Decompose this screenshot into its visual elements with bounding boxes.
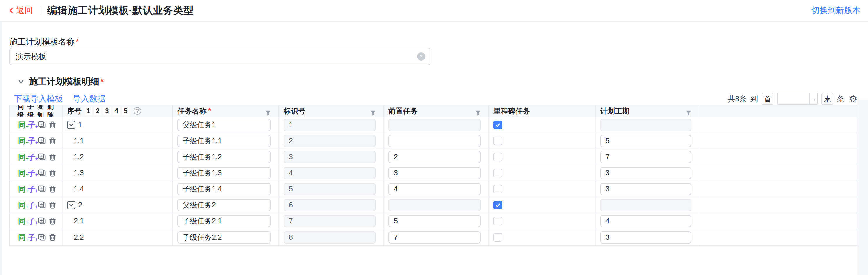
seq-number: 1.2 <box>74 153 84 161</box>
add-sibling-button[interactable]: 同+ <box>18 234 26 241</box>
task-name-input[interactable] <box>177 231 271 244</box>
task-name-input[interactable] <box>177 119 271 131</box>
milestone-checkbox-unchecked[interactable] <box>494 217 502 226</box>
help-icon[interactable]: ? <box>133 107 141 115</box>
task-name-input[interactable] <box>177 135 271 147</box>
add-child-button[interactable]: 子+ <box>28 217 35 225</box>
task-id-cell <box>279 229 384 245</box>
add-child-button[interactable]: 子+ <box>28 234 35 241</box>
duration-input[interactable] <box>600 231 691 244</box>
switch-version-link[interactable]: 切换到新版本 <box>811 5 860 16</box>
pager-last-button[interactable]: 末 <box>822 93 833 105</box>
level-4-button[interactable]: 4 <box>113 107 120 115</box>
collapse-toggle-icon[interactable] <box>67 121 75 129</box>
duration-input[interactable] <box>600 135 691 147</box>
predecessor-input[interactable] <box>389 183 480 195</box>
add-child-button[interactable]: 子+ <box>28 201 35 209</box>
predecessor-input[interactable] <box>389 151 480 163</box>
milestone-checkbox-unchecked[interactable] <box>494 233 502 242</box>
predecessor-input <box>389 119 480 131</box>
level-1-button[interactable]: 1 <box>85 107 92 115</box>
copy-row-button[interactable] <box>38 201 46 209</box>
milestone-checkbox-checked[interactable] <box>494 201 502 209</box>
delete-row-button[interactable] <box>49 121 57 129</box>
level-2-button[interactable]: 2 <box>94 107 101 115</box>
add-sibling-button[interactable]: 同+ <box>18 153 26 161</box>
milestone-checkbox-unchecked[interactable] <box>494 169 502 177</box>
copy-row-button[interactable] <box>38 169 46 177</box>
filter-icon[interactable] <box>265 108 271 116</box>
required-mark: * <box>208 106 211 116</box>
copy-row-button[interactable] <box>38 121 46 129</box>
copy-row-button[interactable] <box>38 153 46 161</box>
add-sibling-button[interactable]: 同+ <box>18 185 26 193</box>
copy-row-button[interactable] <box>38 137 46 145</box>
sibling-char: 同 <box>18 201 26 209</box>
duration-input[interactable] <box>600 215 691 227</box>
add-child-button[interactable]: 子+ <box>28 169 35 177</box>
task-name-input[interactable] <box>177 183 271 195</box>
import-data-link[interactable]: 导入数据 <box>73 93 105 104</box>
add-sibling-button[interactable]: 同+ <box>18 217 26 225</box>
add-child-button[interactable]: 子+ <box>28 137 35 145</box>
duration-input[interactable] <box>600 183 691 195</box>
add-sibling-button[interactable]: 同+ <box>18 169 26 177</box>
back-label: 返回 <box>16 5 33 16</box>
duration-input[interactable] <box>600 151 691 163</box>
back-button[interactable]: 返回 <box>9 5 33 16</box>
filter-icon[interactable] <box>370 108 376 116</box>
delete-row-button[interactable] <box>49 233 57 242</box>
level-5-button[interactable]: 5 <box>122 107 129 115</box>
add-child-button[interactable]: 子+ <box>28 121 35 129</box>
predecessor-cell <box>384 229 489 245</box>
table-row: 同+子+2 <box>10 197 857 213</box>
task-name-input[interactable] <box>177 167 271 179</box>
row-actions: 同+子+ <box>10 149 63 165</box>
filter-icon[interactable] <box>475 108 481 116</box>
add-sibling-button[interactable]: 同+ <box>18 201 26 209</box>
task-name-input[interactable] <box>177 199 271 211</box>
milestone-checkbox-unchecked[interactable] <box>494 185 502 194</box>
gear-icon[interactable]: ⚙ <box>849 94 858 103</box>
add-child-button[interactable]: 子+ <box>28 185 35 193</box>
predecessor-input[interactable] <box>389 135 480 147</box>
predecessor-input[interactable] <box>389 231 480 244</box>
pager-first-button[interactable]: 首 <box>762 93 774 105</box>
clear-input-icon[interactable]: × <box>417 53 425 61</box>
task-name-input[interactable] <box>177 215 271 227</box>
delete-row-button[interactable] <box>49 185 57 194</box>
template-name-input[interactable] <box>9 48 431 65</box>
level-3-button[interactable]: 3 <box>103 107 111 115</box>
copy-icon <box>38 121 46 129</box>
pager-goto-input[interactable] <box>778 93 809 104</box>
duration-cell <box>596 197 700 213</box>
duration-input[interactable] <box>600 167 691 179</box>
copy-row-button[interactable] <box>38 233 46 242</box>
copy-row-button[interactable] <box>38 217 46 226</box>
edit-construction-plan-template-page: 返回 编辑施工计划模板·默认业务类型 切换到新版本 施工计划模板名称* × 施工… <box>0 0 868 275</box>
delete-row-button[interactable] <box>49 217 57 226</box>
delete-row-button[interactable] <box>49 153 57 161</box>
delete-row-button[interactable] <box>49 201 57 209</box>
goto-arrow-button[interactable]: → <box>809 93 817 104</box>
delete-row-button[interactable] <box>49 169 57 177</box>
plus-badge: + <box>35 171 38 179</box>
add-sibling-button[interactable]: 同+ <box>18 137 26 145</box>
predecessor-input[interactable] <box>389 215 480 227</box>
add-child-button[interactable]: 子+ <box>28 153 35 161</box>
task-name-input[interactable] <box>177 151 271 163</box>
milestone-cell <box>489 197 596 213</box>
delete-row-button[interactable] <box>49 137 57 145</box>
add-sibling-button[interactable]: 同+ <box>18 121 26 129</box>
chevron-down-icon[interactable] <box>18 78 25 85</box>
filter-icon[interactable] <box>685 108 692 116</box>
copy-row-button[interactable] <box>38 185 46 194</box>
milestone-checkbox-checked[interactable] <box>494 121 502 129</box>
predecessor-input[interactable] <box>389 167 480 179</box>
collapse-toggle-icon[interactable] <box>67 201 75 209</box>
header-add-child: 子级 <box>27 105 37 116</box>
milestone-checkbox-unchecked[interactable] <box>494 137 502 145</box>
duration-input <box>600 119 691 131</box>
milestone-checkbox-unchecked[interactable] <box>494 153 502 161</box>
download-import-template-link[interactable]: 下载导入模板 <box>14 93 63 104</box>
